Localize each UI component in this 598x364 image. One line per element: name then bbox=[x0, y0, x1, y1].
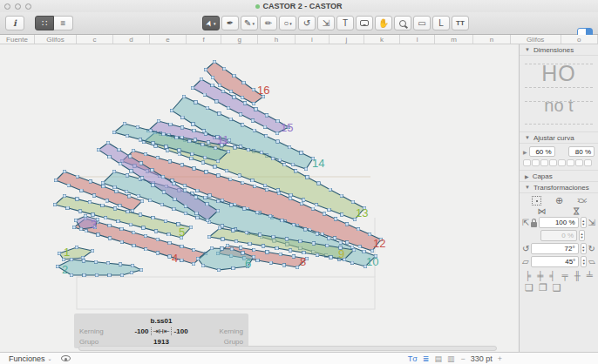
text-tool-icon: T bbox=[343, 18, 348, 28]
fit-curve-max-field[interactable]: 80 % bbox=[568, 146, 595, 157]
boolean-op-button-1[interactable]: ❐ bbox=[539, 282, 547, 293]
measure-tool-button[interactable]: ▭ bbox=[413, 16, 431, 30]
draw-pen-tool-icon: ✒ bbox=[227, 18, 234, 28]
align-button-0[interactable]: ╞ bbox=[525, 271, 531, 280]
tab-l-11[interactable]: l bbox=[400, 35, 435, 44]
tab-i-8[interactable]: i bbox=[296, 35, 330, 44]
tab-e-4[interactable]: e bbox=[150, 35, 187, 44]
flip-horizontal-icon[interactable]: ⋈ bbox=[538, 206, 547, 216]
section-capas-header[interactable]: ▶ Capas bbox=[520, 171, 598, 182]
slant-field[interactable]: 45° bbox=[531, 256, 580, 267]
tab-glifos[interactable]: Glifos bbox=[35, 35, 77, 44]
hand-tool-icon: ✋ bbox=[378, 18, 389, 28]
fit-curve-disclosure-icon[interactable]: ▶ bbox=[523, 149, 527, 155]
select-tool-button[interactable]: ➤▾ bbox=[202, 16, 220, 30]
scale-vertical-stepper[interactable]: ▲▼ bbox=[579, 230, 585, 241]
feature-lines-icon[interactable]: ≣ bbox=[423, 354, 430, 363]
draw-pen-tool-button[interactable]: ✒ bbox=[221, 16, 239, 30]
scale-stepper[interactable]: ▲▼ bbox=[581, 217, 587, 228]
zoom-tool-button[interactable] bbox=[394, 16, 411, 30]
pencil-tool-button[interactable]: ✎▾ bbox=[241, 16, 258, 30]
align-button-2[interactable]: ╡ bbox=[549, 271, 555, 280]
slant-right-icon[interactable]: ▱ bbox=[588, 257, 595, 266]
tab-c-2[interactable]: c bbox=[77, 35, 113, 44]
brush-tool-button[interactable]: ✏ bbox=[260, 16, 277, 30]
align-button-3[interactable]: ╤ bbox=[562, 271, 568, 280]
lock-icon[interactable] bbox=[531, 222, 537, 227]
fit-preset-button[interactable] bbox=[584, 159, 592, 166]
xheight-guide bbox=[525, 101, 593, 102]
stem-tool-button[interactable]: L bbox=[432, 16, 450, 30]
view-bars-icon[interactable]: ▥ bbox=[447, 354, 455, 363]
view-columns-icon[interactable]: ▤ bbox=[434, 354, 442, 363]
disclosure-triangle-icon: ▶ bbox=[525, 173, 529, 179]
zoom-out-button[interactable]: − bbox=[460, 354, 465, 363]
fit-preset-button[interactable] bbox=[540, 159, 548, 166]
transform-cx-icon[interactable]: ∶Cx∶ bbox=[577, 197, 586, 205]
lsb-value[interactable]: -100 bbox=[134, 327, 148, 335]
section-ajustar-curva-header[interactable]: ▼ Ajustar curva bbox=[520, 132, 598, 144]
contour-path-2[interactable] bbox=[58, 260, 141, 275]
rotate-ccw-icon[interactable]: ↺ bbox=[522, 244, 529, 253]
tab-o-15[interactable]: o bbox=[561, 35, 598, 44]
grid-view-button[interactable]: ∷ bbox=[35, 16, 54, 30]
tab-n-13[interactable]: n bbox=[473, 35, 510, 44]
annotation-tool-button[interactable] bbox=[356, 16, 373, 30]
fit-preset-button[interactable] bbox=[575, 159, 583, 166]
tab-f-5[interactable]: f bbox=[187, 35, 221, 44]
align-button-4[interactable]: ╫ bbox=[574, 271, 581, 280]
tab-fuente[interactable]: Fuente bbox=[0, 35, 35, 44]
scale-field[interactable]: 100 % bbox=[539, 217, 578, 228]
fit-preset-button[interactable] bbox=[523, 159, 531, 166]
tab-k-10[interactable]: k bbox=[364, 35, 401, 44]
text-tool-button[interactable]: T bbox=[336, 16, 354, 30]
tab-j-9[interactable]: j bbox=[330, 35, 364, 44]
zoom-value[interactable]: 330 pt bbox=[471, 354, 493, 363]
rotate-field[interactable]: 72° bbox=[531, 243, 578, 254]
scale-up-icon[interactable]: ⇲ bbox=[588, 218, 595, 227]
glyph-contours bbox=[55, 62, 381, 275]
slant-left-icon[interactable]: ▱ bbox=[522, 257, 529, 266]
group-left-label: Grupo bbox=[79, 338, 99, 346]
info-button[interactable]: i bbox=[5, 16, 24, 30]
tab-h-7[interactable]: h bbox=[258, 35, 295, 44]
align-button-5[interactable]: ╧ bbox=[587, 271, 593, 280]
hand-tool-button[interactable]: ✋ bbox=[375, 16, 392, 30]
fit-curve-min-field[interactable]: 60 % bbox=[529, 146, 555, 157]
preview-eye-icon[interactable] bbox=[61, 355, 71, 361]
fit-preset-button[interactable] bbox=[567, 159, 574, 166]
fit-preset-button[interactable] bbox=[532, 159, 540, 166]
fit-preset-button[interactable] bbox=[558, 159, 566, 166]
rotate-tool-button[interactable]: ↺ bbox=[298, 16, 316, 30]
preview-text-icon[interactable]: Tσ bbox=[408, 354, 418, 363]
transform-target-icon[interactable]: ⊕ bbox=[555, 195, 563, 206]
boolean-op-button-0[interactable]: ❏ bbox=[525, 282, 533, 293]
width-value[interactable]: 1913 bbox=[153, 338, 169, 346]
rotate-stepper[interactable]: ▲▼ bbox=[581, 243, 587, 254]
flip-vertical-icon[interactable]: ⋈ bbox=[571, 207, 581, 216]
scale-down-icon[interactable]: ⇱ bbox=[522, 218, 529, 227]
instructor-tool-button[interactable]: TT bbox=[452, 16, 469, 30]
slant-stepper[interactable]: ▲▼ bbox=[581, 256, 587, 267]
fit-curve-presets bbox=[520, 158, 598, 171]
scale-tool-button[interactable]: ⇲ bbox=[317, 16, 335, 30]
fit-preset-button[interactable] bbox=[549, 159, 557, 166]
section-dimensiones-header[interactable]: ▼ Dimensiones bbox=[520, 44, 598, 56]
primitives-tool-button[interactable]: ○▾ bbox=[279, 16, 296, 30]
horizontal-scrollbar[interactable] bbox=[78, 346, 497, 351]
section-transformaciones-header[interactable]: ▼ Transformaciones bbox=[520, 182, 598, 193]
tab-m-12[interactable]: m bbox=[435, 35, 473, 44]
transform-origin-grid-icon[interactable] bbox=[532, 196, 541, 206]
rotate-cw-icon[interactable]: ↻ bbox=[588, 244, 595, 253]
zoom-in-button[interactable]: + bbox=[498, 354, 502, 363]
tab-d-3[interactable]: d bbox=[113, 35, 150, 44]
list-view-button[interactable]: ≡ bbox=[54, 16, 73, 30]
scale-vertical-field[interactable]: 0 % bbox=[540, 230, 577, 241]
align-button-1[interactable]: ╪ bbox=[537, 271, 543, 280]
tab-glifos-14[interactable]: Glifos bbox=[511, 35, 561, 44]
rsb-value[interactable]: -100 bbox=[174, 327, 188, 335]
boolean-op-button-2[interactable]: ❑ bbox=[553, 282, 561, 293]
functions-dropdown[interactable]: Funciones ⌄ bbox=[9, 354, 52, 363]
glyph-edit-canvas[interactable]: 1615141113121054986312 b.ss01 Kerning -1… bbox=[0, 44, 519, 352]
tab-g-6[interactable]: g bbox=[221, 35, 258, 44]
